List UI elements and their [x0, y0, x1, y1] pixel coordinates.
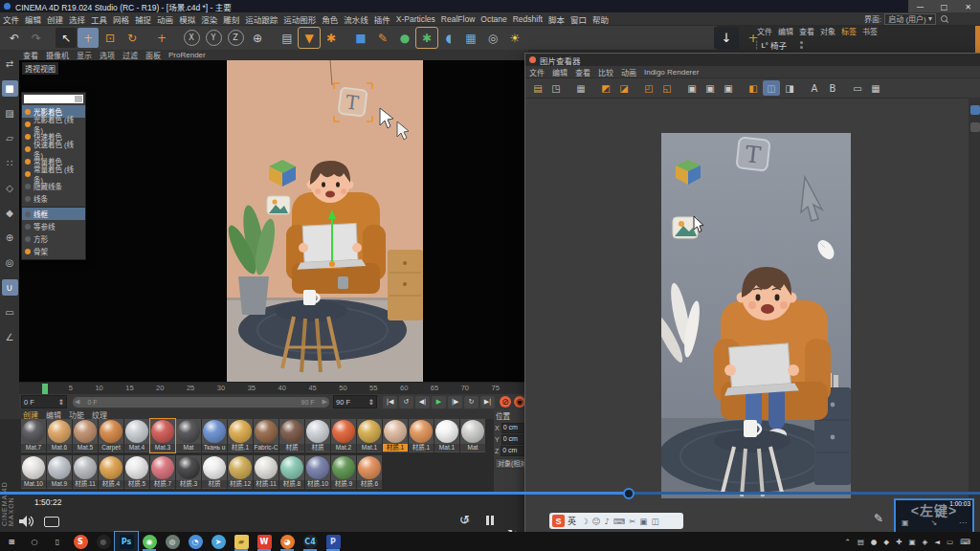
ime-icon[interactable]: ⌨: [613, 517, 625, 526]
pv-toolbar-icon[interactable]: ◩: [597, 80, 614, 96]
material-swatch[interactable]: 材质: [202, 455, 227, 489]
viewport-menu-item[interactable]: 摄像机: [42, 50, 73, 60]
pv-toolbar-icon[interactable]: ◫: [763, 80, 780, 96]
tray-icon[interactable]: ▭: [947, 538, 953, 546]
menu-item[interactable]: Indigo Renderer: [640, 68, 702, 77]
toolbar-icon[interactable]: ✱: [416, 28, 437, 48]
stepper-icon[interactable]: ⇕: [368, 398, 374, 407]
material-swatch[interactable]: 材质.12: [228, 455, 253, 489]
taskbar-app-button[interactable]: ○: [23, 532, 46, 551]
mode-icon[interactable]: ▨: [2, 105, 18, 121]
pause-button[interactable]: [486, 516, 494, 525]
viewport-menu-item[interactable]: 面板: [142, 50, 165, 60]
preview-range-scrubber[interactable]: ◀ 0 F 90 F ▶: [73, 397, 329, 408]
menu-item[interactable]: 运动跟踪: [242, 13, 280, 25]
timeline-ruler[interactable]: 051015202530354045505560657075: [19, 382, 528, 395]
video-progress-watched[interactable]: [0, 492, 629, 495]
pv-toolbar-icon[interactable]: ▣: [720, 80, 737, 96]
material-swatch[interactable]: Mat.5: [73, 419, 98, 452]
pv-toolbar-icon[interactable]: ▭: [849, 80, 866, 96]
taskbar-app-button[interactable]: ➤: [207, 532, 230, 551]
toolbar-icon[interactable]: ▤: [277, 28, 298, 48]
pv-toolbar-icon[interactable]: ◳: [547, 80, 565, 96]
playback-button[interactable]: ◀|: [415, 396, 430, 408]
pv-toolbar-icon[interactable]: ◱: [658, 80, 676, 96]
menu-item[interactable]: 功能: [65, 409, 88, 420]
menu-item[interactable]: 编辑: [22, 13, 44, 25]
menu-item[interactable]: 文件: [525, 67, 548, 77]
toolbar-icon[interactable]: ↷: [26, 28, 47, 48]
display-menu-item[interactable]: 快速着色 (线条): [22, 143, 85, 155]
toolbar-icon[interactable]: ↶: [4, 28, 25, 48]
menu-item[interactable]: 查看: [796, 26, 817, 36]
workspace-button[interactable]: ↓: [714, 27, 739, 49]
viewport-menu-item[interactable]: 过滤: [119, 50, 142, 60]
picture-viewer-titlebar[interactable]: 图片查看器: [525, 54, 980, 66]
ime-icon[interactable]: ☽: [581, 517, 589, 526]
toolbar-icon[interactable]: ◖: [438, 28, 459, 48]
pv-toolbar-icon[interactable]: ▦: [867, 80, 884, 96]
mode-icon[interactable]: ◆: [2, 205, 18, 221]
object-row[interactable]: ┆ L° 椅子: [754, 39, 976, 51]
menu-item[interactable]: 角色: [319, 13, 341, 25]
ime-icon[interactable]: ☺: [592, 517, 601, 526]
menu-item[interactable]: 雕刻: [220, 13, 242, 25]
taskbar-app-button[interactable]: ◔: [184, 532, 207, 551]
pv-toolbar-icon[interactable]: ▤: [529, 80, 546, 96]
toolbar-icon[interactable]: Y: [203, 28, 224, 48]
record-button[interactable]: ⊘: [500, 396, 511, 408]
menu-item[interactable]: 渲染: [198, 13, 220, 25]
display-menu-item[interactable]: 线条: [22, 192, 85, 205]
pv-toolbar-icon[interactable]: ▦: [572, 80, 590, 96]
display-menu-item[interactable]: 光影着色 (线条): [22, 118, 85, 130]
tray-icon[interactable]: ◆: [883, 538, 889, 546]
menu-item[interactable]: 文件: [0, 13, 22, 25]
pv-toolbar-icon[interactable]: ◪: [615, 80, 633, 96]
display-menu-item[interactable]: 常量着色 (线条): [22, 167, 85, 180]
menu-item[interactable]: 创建: [44, 13, 66, 25]
material-swatch[interactable]: 材质: [279, 419, 304, 452]
material-swatch[interactable]: Mat.3: [150, 419, 175, 452]
material-swatch[interactable]: Mat.7: [21, 419, 46, 452]
viewport-render-scene[interactable]: T: [227, 60, 423, 382]
toolbar-icon[interactable]: +: [78, 28, 99, 48]
material-swatch[interactable]: 材质.1: [409, 419, 434, 452]
tray-icon[interactable]: ⌨: [960, 538, 970, 546]
playback-button[interactable]: |▶: [448, 396, 462, 408]
mode-icon[interactable]: ∠: [2, 329, 18, 345]
menu-item[interactable]: 标签: [838, 26, 859, 36]
info-tab-icon[interactable]: [970, 122, 980, 132]
menu-item[interactable]: RealFlow: [438, 14, 478, 24]
menu-item[interactable]: 帮助: [590, 13, 612, 25]
toolbar-icon[interactable]: ⊕: [247, 28, 268, 48]
material-swatch[interactable]: 材质.5: [124, 455, 149, 489]
pv-toolbar-icon[interactable]: B: [824, 80, 841, 96]
current-frame-field[interactable]: 0 F⇕: [21, 395, 67, 408]
menu-item[interactable]: X-Particles: [393, 14, 438, 24]
toolbar-icon[interactable]: ☀: [504, 28, 525, 48]
menu-item[interactable]: 窗口: [568, 13, 590, 25]
viewport-canvas[interactable]: 透视视图: [19, 60, 528, 382]
ime-mode-indicator[interactable]: 英: [568, 515, 576, 527]
playback-button[interactable]: ▶: [432, 396, 446, 408]
material-swatch[interactable]: Mat.1: [357, 419, 382, 452]
viewport-menu-item[interactable]: 查看: [19, 50, 42, 60]
sogou-logo-icon[interactable]: S: [552, 515, 565, 527]
toolbar-icon[interactable]: ↖: [56, 28, 77, 48]
pv-toolbar-icon[interactable]: ◧: [745, 80, 762, 96]
taskbar-app-button[interactable]: W: [253, 532, 276, 551]
search-icon[interactable]: [941, 15, 947, 22]
taskbar-app-button[interactable]: ⊞: [0, 532, 23, 551]
menu-item[interactable]: 文件: [754, 26, 775, 36]
menu-item[interactable]: 对象: [817, 26, 838, 36]
toolbar-icon[interactable]: ⊡: [100, 28, 121, 48]
danmaku-icon[interactable]: [44, 517, 59, 527]
mode-icon[interactable]: ▭: [2, 304, 18, 320]
pv-render-image[interactable]: T: [661, 133, 851, 498]
menu-item[interactable]: 编辑: [548, 67, 571, 77]
menu-item[interactable]: 工具: [88, 13, 110, 25]
material-swatch[interactable]: 材质.10: [305, 455, 330, 489]
material-swatch[interactable]: Fabric-C: [254, 419, 278, 452]
menu-item[interactable]: 编辑: [42, 409, 65, 420]
material-swatch[interactable]: 材质.6: [357, 455, 382, 489]
